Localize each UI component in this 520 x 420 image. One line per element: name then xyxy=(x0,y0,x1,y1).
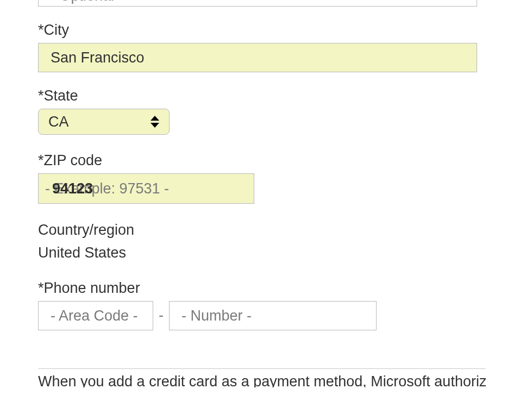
state-select[interactable]: CA xyxy=(38,109,170,135)
state-select-value: CA xyxy=(48,109,69,134)
phone-label: *Phone number xyxy=(38,280,482,297)
section-divider xyxy=(38,368,486,369)
country-label: Country/region xyxy=(38,219,482,242)
phone-dash: - xyxy=(159,307,164,324)
cc-disclaimer-text: When you add a credit card as a payment … xyxy=(38,373,486,387)
city-input[interactable] xyxy=(38,43,477,72)
city-group: *City xyxy=(38,22,482,72)
address-line-2-group xyxy=(38,0,477,7)
zip-placeholder-text: - Example: 97531 - xyxy=(38,173,254,204)
phone-group: *Phone number - xyxy=(38,280,482,330)
state-label: *State xyxy=(38,87,482,104)
phone-row: - xyxy=(38,301,482,330)
country-value: United States xyxy=(38,242,482,265)
select-arrows-icon xyxy=(151,116,159,128)
country-group: Country/region United States xyxy=(38,219,482,265)
phone-number-input[interactable] xyxy=(169,301,377,330)
phone-area-code-input[interactable] xyxy=(38,301,153,330)
zip-group: *ZIP code - Example: 97531 - 94123 xyxy=(38,152,482,204)
zip-input[interactable]: - Example: 97531 - 94123 xyxy=(38,173,254,204)
address-line-2-input[interactable] xyxy=(38,0,477,7)
billing-address-form: *City *State CA *ZIP code - Example: 975… xyxy=(0,0,520,393)
zip-label: *ZIP code xyxy=(38,152,482,169)
state-group: *State CA xyxy=(38,87,482,137)
city-label: *City xyxy=(38,22,482,39)
